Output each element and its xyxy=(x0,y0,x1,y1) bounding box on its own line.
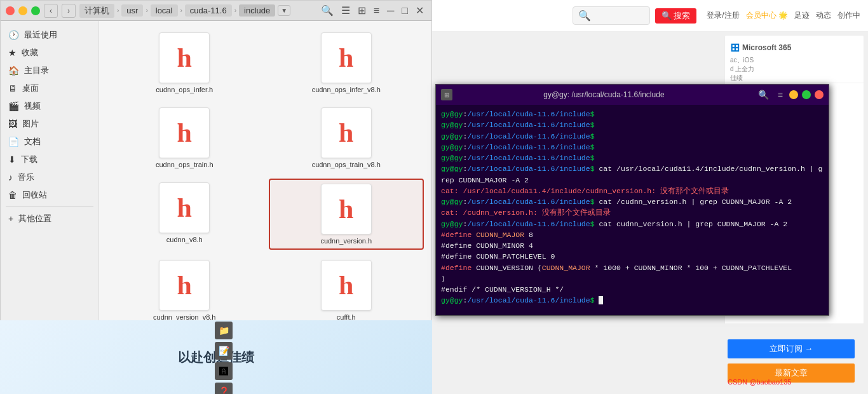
csdn-nav-links: 登录/注册 会员中心 🌟 足迹 动态 创作中 xyxy=(707,10,860,21)
taskbar-icon-files[interactable]: 📁 xyxy=(215,322,233,339)
fm-close-button[interactable] xyxy=(6,6,15,15)
taskbar-icon-help[interactable]: ❓ xyxy=(215,383,233,394)
terminal-line: #define CUDNN_PATCHLEVEL 0 xyxy=(441,251,824,262)
ms365-desc2: 佳绩 xyxy=(730,74,858,83)
terminal-max-button[interactable] xyxy=(802,90,811,99)
menu-icon-btn[interactable]: ≡ xyxy=(371,4,382,18)
trash-icon: 🗑 xyxy=(8,190,17,200)
file-name: cudnn_ops_infer_v8.h xyxy=(312,86,381,93)
sidebar-item-home[interactable]: 🏠 主目录 xyxy=(1,62,98,79)
view-icon-btn[interactable]: ⊞ xyxy=(355,3,369,18)
terminal-search-btn[interactable]: 🔍 xyxy=(756,88,771,101)
nav-login[interactable]: 登录/注册 xyxy=(707,10,739,21)
ms365-subtitle: ac、iOS xyxy=(730,56,858,65)
ms365-ad-card: ⊞ Microsoft 365 ac、iOS d 上全力 佳绩 xyxy=(724,35,864,88)
breadcrumb-item-computer[interactable]: 计算机 xyxy=(79,4,114,18)
file-icon: h xyxy=(321,260,372,311)
sidebar-item-label: 最近使用 xyxy=(24,29,57,41)
file-item-cudnn_ops_infer_v8-h[interactable]: hcudnn_ops_infer_v8.h xyxy=(269,29,424,97)
sidebar-item-label: 桌面 xyxy=(22,83,39,94)
window-max-icon[interactable]: □ xyxy=(399,4,410,18)
sidebar-item-downloads[interactable]: ⬇ 下载 xyxy=(1,151,98,168)
file-item-cudnn_v8-h[interactable]: hcudnn_v8.h xyxy=(107,179,262,250)
pictures-icon: 🖼 xyxy=(8,119,17,129)
sidebar-item-other-locations[interactable]: + 其他位置 xyxy=(1,210,98,228)
file-manager: ‹ › 计算机 › usr › local › cuda-11.6 › incl… xyxy=(0,0,432,324)
sidebar-item-label: 图片 xyxy=(22,118,39,130)
window-min-icon[interactable]: ─ xyxy=(384,4,397,18)
window-close-icon[interactable]: ✕ xyxy=(413,3,426,18)
fm-max-button[interactable] xyxy=(31,6,40,15)
sort-icon-btn[interactable]: ☰ xyxy=(339,3,353,18)
nav-dynamic[interactable]: 动态 xyxy=(816,10,831,21)
breadcrumb-item-usr[interactable]: usr xyxy=(121,4,143,17)
file-item-cudnn_ops_train_v8-h[interactable]: hcudnn_ops_train_v8.h xyxy=(269,104,424,172)
sidebar-separator xyxy=(6,207,93,207)
sidebar-item-documents[interactable]: 📄 文档 xyxy=(1,133,98,151)
desktop-icon: 🖥 xyxy=(8,83,17,93)
terminal-min-button[interactable] xyxy=(789,90,798,99)
csdn-search-input[interactable] xyxy=(593,11,644,20)
sidebar-item-recent[interactable]: 🕐 最近使用 xyxy=(1,26,98,44)
terminal-line: gy@gy:/usr/local/cuda-11.6/include$ xyxy=(441,295,824,306)
terminal-line: #define CUDNN_MINOR 4 xyxy=(441,240,824,251)
file-name: cudnn_ops_train.h xyxy=(156,161,214,168)
sidebar-item-bookmarks[interactable]: ★ 收藏 xyxy=(1,44,98,62)
search-icon-btn[interactable]: 🔍 xyxy=(318,3,336,18)
ms365-logo: ⊞ Microsoft 365 xyxy=(730,41,858,55)
terminal-window: ⊞ gy@gy: /usr/local/cuda-11.6/include 🔍 … xyxy=(435,84,829,316)
sidebar-item-music[interactable]: ♪ 音乐 xyxy=(1,168,98,186)
fm-forward-button[interactable]: › xyxy=(62,4,76,18)
terminal-close-button[interactable] xyxy=(815,90,824,99)
terminal-line: ) xyxy=(441,273,824,284)
csdn-username: CSDN @baobao135 xyxy=(728,378,791,386)
file-icon: h xyxy=(159,260,210,311)
terminal-body: gy@gy:/usr/local/cuda-11.6/include$ gy@g… xyxy=(436,105,829,315)
terminal-line: gy@gy:/usr/local/cuda-11.6/include$ xyxy=(441,119,824,130)
sidebar-item-pictures[interactable]: 🖼 图片 xyxy=(1,115,98,133)
file-item-cudnn_version_v8-h[interactable]: hcudnn_version_v8.h xyxy=(107,256,262,323)
taskbar-icon-notes[interactable]: 📝 xyxy=(215,342,233,360)
terminal-line: gy@gy:/usr/local/cuda-11.6/include$ xyxy=(441,131,824,142)
file-item-cufft-h[interactable]: hcufft.h xyxy=(269,256,424,323)
sidebar-item-label: 文档 xyxy=(24,136,41,147)
sidebar-item-label: 其他位置 xyxy=(18,213,51,224)
breadcrumb-item-local[interactable]: local xyxy=(151,4,178,17)
csdn-search-button[interactable]: 🔍 搜索 xyxy=(655,8,697,24)
ms365-desc: d 上全力 xyxy=(730,65,858,74)
video-icon: 🎬 xyxy=(8,101,19,111)
breadcrumb-dropdown-button[interactable]: ▼ xyxy=(278,5,290,16)
terminal-line: gy@gy:/usr/local/cuda-11.6/include$ cat … xyxy=(441,219,824,229)
terminal-titlebar: ⊞ gy@gy: /usr/local/cuda-11.6/include 🔍 … xyxy=(436,85,829,105)
breadcrumb-item-include[interactable]: include xyxy=(239,4,275,17)
file-item-cudnn_ops_train-h[interactable]: hcudnn_ops_train.h xyxy=(107,104,262,172)
sidebar-item-videos[interactable]: 🎬 视频 xyxy=(1,97,98,115)
terminal-line: #endif /* CUDNN_VERSION_H */ xyxy=(441,284,824,295)
ms365-logo-text: Microsoft 365 xyxy=(742,43,791,52)
star-icon: ★ xyxy=(8,48,17,58)
terminal-line: cat: /usr/local/cuda11.4/include/cudnn_v… xyxy=(441,186,824,196)
terminal-line: cat: /cudnn_version.h: 没有那个文件或目录 xyxy=(441,207,824,218)
subscribe-button[interactable]: 立即订阅 → xyxy=(728,339,855,358)
file-icon: h xyxy=(321,32,372,83)
nav-member[interactable]: 会员中心 🌟 xyxy=(746,10,788,21)
terminal-line: gy@gy:/usr/local/cuda-11.6/include$ cat … xyxy=(441,163,824,186)
terminal-menu-btn[interactable]: ≡ xyxy=(775,88,785,101)
terminal-line: #define CUDNN_VERSION (CUDNN_MAJOR * 100… xyxy=(441,262,824,273)
terminal-line: gy@gy:/usr/local/cuda-11.6/include$ cat … xyxy=(441,196,824,207)
terminal-icon-btn[interactable]: ⊞ xyxy=(441,89,452,100)
nav-create[interactable]: 创作中 xyxy=(837,10,860,21)
terminal-line: gy@gy:/usr/local/cuda-11.6/include$ xyxy=(441,153,824,163)
nav-footprint[interactable]: 足迹 xyxy=(794,10,810,21)
fm-min-button[interactable] xyxy=(18,6,27,15)
sidebar-item-desktop[interactable]: 🖥 桌面 xyxy=(1,79,98,97)
terminal-line: gy@gy:/usr/local/cuda-11.6/include$ xyxy=(441,109,824,119)
file-item-cudnn_ops_infer-h[interactable]: hcudnn_ops_infer.h xyxy=(107,29,262,97)
breadcrumb-item-cuda[interactable]: cuda-11.6 xyxy=(185,4,232,17)
fm-back-button[interactable]: ‹ xyxy=(44,4,58,18)
sidebar-item-label: 回收站 xyxy=(22,189,47,201)
file-icon: h xyxy=(159,32,210,83)
file-item-cudnn_version-h[interactable]: hcudnn_version.h xyxy=(269,179,424,250)
sidebar-item-trash[interactable]: 🗑 回收站 xyxy=(1,186,98,204)
taskbar-icon-text-editor[interactable]: 🅰 xyxy=(215,362,233,380)
